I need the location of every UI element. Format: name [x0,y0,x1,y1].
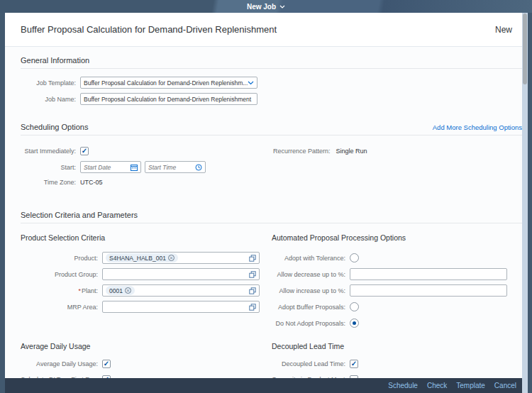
product-token: S4HANA_HALB_001 × [106,253,178,262]
allow-increase-input[interactable] [350,284,507,297]
scheduling-options-heading: Scheduling Options [21,123,88,131]
proposal-options-heading: Automated Proposal Processing Options [272,233,522,243]
product-group-row: Product Group: [21,268,272,280]
recurrence-pattern-row: Recurrence Pattern: Single Run [272,145,522,157]
start-date-input[interactable]: Start Date [80,161,141,173]
section-divider [21,68,522,69]
average-daily-usage-heading: Average Daily Usage [21,342,272,351]
plant-input[interactable]: 0001 × [102,284,260,297]
object-page-header: Buffer Proposal Calculation for Demand-D… [5,13,528,47]
allow-decrease-label: Allow decrease up to %: [272,271,350,278]
start-time-placeholder: Start Time [148,164,195,171]
average-daily-usage-checkbox[interactable] [102,360,111,368]
required-marker: * [78,287,81,294]
adopt-buffer-proposals-radio[interactable] [350,302,359,311]
job-template-label: Job Template: [21,79,80,87]
product-group-input[interactable] [102,268,260,280]
product-token-text: S4HANA_HALB_001 [109,255,166,262]
shell-header: New Job [0,0,532,13]
job-name-row: Job Name: Buffer Proposal Calculation fo… [21,93,522,105]
job-name-label: Job Name: [21,96,80,103]
chevron-down-icon [279,5,285,9]
section-selection-criteria: Selection Criteria and Parameters Produc… [21,210,522,378]
chevron-down-icon [248,81,254,85]
shell-title-text: New Job [247,3,276,11]
decoupled-lead-time-label: Decoupled Lead Time: [272,360,350,367]
plant-label-text: Plant: [82,287,98,294]
value-help-icon[interactable] [249,287,256,294]
general-information-heading: General Information [21,56,89,65]
mrp-area-input[interactable] [102,301,260,313]
plant-label: *Plant: [21,287,102,294]
product-input[interactable]: S4HANA_HALB_001 × [102,252,260,264]
plant-row: *Plant: 0001 × [21,284,272,297]
footer-toolbar: Schedule Check Template Cancel [5,378,522,393]
template-button[interactable]: Template [456,382,485,389]
adopt-buffer-proposals-label: Adopt Buffer Proposals: [272,304,350,311]
section-divider [21,223,522,223]
calendar-icon[interactable] [131,164,138,171]
do-not-adopt-proposals-radio[interactable] [350,319,359,328]
product-selection-criteria-heading: Product Selection Criteria [21,233,272,243]
plant-token: 0001 × [106,286,135,295]
time-zone-label: Time Zone: [21,179,80,186]
proposal-options-group: Automated Proposal Processing Options Ad… [272,233,522,333]
start-immediately-checkbox[interactable] [80,147,89,155]
product-selection-criteria-group: Product Selection Criteria Product: S4HA… [21,233,272,333]
allow-increase-label: Allow increase up to %: [272,287,350,294]
time-zone-value: UTC-05 [80,179,103,186]
adopt-with-tolerance-label: Adopt with Tolerance: [272,255,350,262]
job-template-value: Buffer Proposal Calculation for Demand-D… [84,79,248,87]
decoupled-lead-time-checkbox[interactable] [350,360,358,368]
page-content: General Information Job Template: Buffer… [5,47,528,378]
remove-token-icon[interactable]: × [168,255,174,261]
add-more-scheduling-options-link[interactable]: Add More Scheduling Options [433,123,522,131]
scrollbar-thumb[interactable] [523,13,527,84]
mrp-area-label: MRP Area: [21,304,102,311]
average-daily-usage-label: Average Daily Usage: [21,360,102,367]
start-date-placeholder: Start Date [84,164,131,171]
plant-token-text: 0001 [109,287,123,294]
value-help-icon[interactable] [249,304,256,311]
value-help-icon[interactable] [249,255,256,262]
decoupled-lead-time-row: Decoupled Lead Time: [272,358,522,370]
recurrence-pattern-label: Recurrence Pattern: [273,148,331,155]
do-not-adopt-proposals-row: Do Not Adopt Proposals: [272,317,522,329]
average-daily-usage-row: Average Daily Usage: [21,358,272,370]
job-template-select[interactable]: Buffer Proposal Calculation for Demand-D… [80,77,257,89]
clock-icon[interactable] [195,164,202,171]
allow-decrease-input[interactable] [350,268,507,280]
check-button[interactable]: Check [427,382,447,389]
product-group-label: Product Group: [21,271,102,278]
start-immediately-row: Start Immediately: [21,145,272,157]
start-time-input[interactable]: Start Time [145,161,206,173]
allow-increase-row: Allow increase up to %: [272,284,522,297]
product-label: Product: [21,255,102,262]
job-name-input[interactable]: Buffer Proposal Calculation for Demand-D… [80,93,257,105]
do-not-adopt-proposals-label: Do Not Adopt Proposals: [272,320,350,327]
selection-criteria-heading: Selection Criteria and Parameters [21,211,138,219]
scrollbar[interactable] [522,13,528,393]
mrp-area-row: MRP Area: [21,301,272,313]
cancel-button[interactable]: Cancel [494,382,516,389]
page-title: Buffer Proposal Calculation for Demand-D… [21,24,495,35]
calculate-dlt-row: Calculate DLT on First Run: [21,373,272,378]
job-template-row: Job Template: Buffer Proposal Calculatio… [21,77,522,89]
start-row: Start: Start Date [21,161,272,173]
product-row: Product: S4HANA_HALB_001 × [21,252,272,264]
recurrence-pattern-value: Single Run [336,148,367,155]
time-zone-row: Time Zone: UTC-05 [21,177,272,187]
average-daily-usage-group: Average Daily Usage Average Daily Usage:… [21,342,272,378]
remove-token-icon[interactable]: × [125,287,131,294]
start-immediately-label: Start Immediately: [21,148,80,155]
start-label: Start: [21,164,80,171]
decoupled-lead-time-group: Decoupled Lead Time Decoupled Lead Time:… [272,342,522,378]
new-job-menu[interactable]: New Job [247,3,285,11]
adopt-with-tolerance-radio[interactable] [350,253,359,262]
schedule-button[interactable]: Schedule [388,382,418,389]
value-help-icon[interactable] [249,271,256,278]
allow-decrease-row: Allow decrease up to %: [272,268,522,280]
adopt-buffer-proposals-row: Adopt Buffer Proposals: [272,301,522,313]
overwrite-product-master-row: Overwrite in Product Master: [272,373,522,378]
section-general-information: General Information Job Template: Buffer… [21,55,522,105]
